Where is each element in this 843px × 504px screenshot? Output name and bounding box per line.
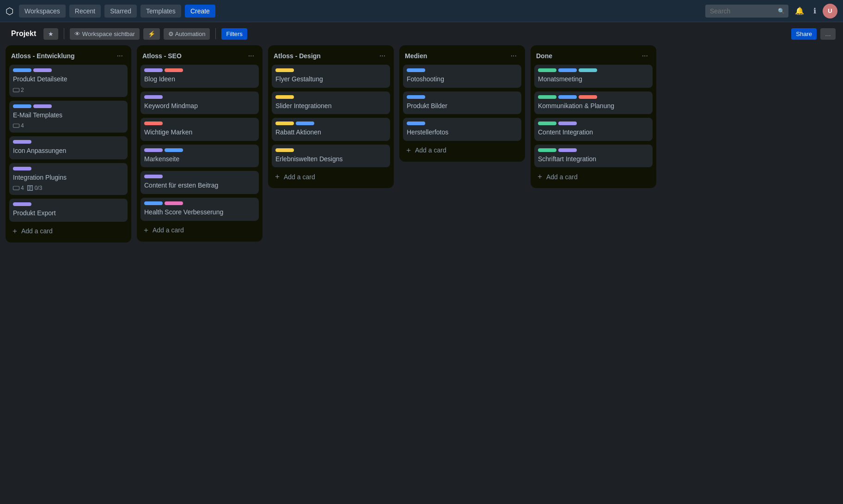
label-yellow[interactable] [275,121,294,125]
card[interactable]: Blog Ideen [140,65,259,88]
list-title: Atloss - SEO [142,52,182,60]
card-title: Rabatt Aktionen [275,128,321,136]
templates-menu[interactable]: Templates [140,5,181,18]
card-title: Slider Integrationen [275,102,331,109]
label-purple[interactable] [558,121,577,125]
list-menu-button[interactable]: ··· [639,51,651,61]
label-blue[interactable] [13,68,31,72]
plus-icon: ＋ [536,172,544,182]
list-list-seo: Atloss - SEO···Blog IdeenKeyword Mindmap… [137,45,263,242]
label-blue[interactable] [13,104,31,108]
add-card-button[interactable]: ＋Add a card [534,169,653,184]
card-labels [13,104,124,108]
card[interactable]: Produkt Bilder [403,91,521,115]
label-purple[interactable] [144,68,163,72]
label-blue[interactable] [165,148,183,152]
share-button[interactable]: Share [791,28,817,40]
card[interactable]: Content für ersten Beitrag [140,171,259,194]
card[interactable]: Rabatt Aktionen [272,118,390,141]
card[interactable]: Herstellerfotos [403,118,521,141]
card[interactable]: E-Mail Templates4 [9,101,128,133]
list-menu-button[interactable]: ··· [114,51,126,61]
workspace-visibility-button[interactable]: 👁 Workspace sichtbar [70,28,140,40]
add-card-button[interactable]: ＋Add a card [9,224,128,239]
list-menu-button[interactable]: ··· [508,51,519,61]
label-blue[interactable] [407,68,425,72]
card[interactable]: Schriftart Integration [534,145,653,168]
board-power-button[interactable]: ⚡ [143,28,160,40]
board-name[interactable]: Projekt [7,28,40,40]
label-green[interactable] [538,95,556,99]
label-green[interactable] [538,121,556,125]
add-card-button[interactable]: ＋Add a card [272,169,390,184]
search-input[interactable] [705,5,788,18]
label-purple[interactable] [33,68,52,72]
label-purple[interactable] [144,148,163,152]
nav-right: 🔍 🔔 ℹ U [705,4,837,18]
add-card-label: Add a card [284,173,315,181]
label-purple[interactable] [13,202,31,206]
board-header: Projekt ★ 👁 Workspace sichtbar ⚡ ⚙ Autom… [0,22,843,45]
card[interactable]: Wichtige Marken [140,118,259,141]
add-card-button[interactable]: ＋Add a card [140,223,259,238]
label-yellow[interactable] [275,68,294,72]
label-purple[interactable] [144,175,163,178]
label-blue[interactable] [558,68,577,72]
create-button[interactable]: Create [185,5,215,18]
card[interactable]: Monatsmeeting [534,65,653,88]
card[interactable]: Icon Anpassungen [9,136,128,159]
notifications-icon[interactable]: 🔔 [792,5,807,17]
card-title: Content für ersten Beitrag [144,182,218,189]
label-purple[interactable] [144,95,163,99]
filters-button[interactable]: Filters [221,28,247,40]
label-purple[interactable] [13,167,31,170]
label-yellow[interactable] [275,148,294,152]
list-menu-button[interactable]: ··· [377,51,388,61]
add-card-button[interactable]: ＋Add a card [403,143,521,158]
label-purple[interactable] [13,140,31,144]
label-pink[interactable] [165,201,183,205]
star-board-button[interactable]: ★ [43,28,58,40]
label-green[interactable] [538,68,556,72]
card-footer: 2 [13,87,124,93]
avatar[interactable]: U [823,4,837,18]
card-title: Flyer Gestaltung [275,75,323,83]
card[interactable]: Fotoshooting [403,65,521,88]
card[interactable]: Flyer Gestaltung [272,65,390,88]
automation-button[interactable]: ⚙ Automation [164,28,210,40]
card-title: Markenseite [144,155,179,163]
starred-menu[interactable]: Starred [104,5,137,18]
list-title: Atloss - Design [274,52,321,60]
label-blue[interactable] [407,95,425,99]
label-teal[interactable] [579,68,597,72]
label-blue[interactable] [144,201,163,205]
board-menu-button[interactable]: … [820,28,836,40]
card[interactable]: Produkt Export [9,199,128,222]
card[interactable]: Produkt Detailseite2 [9,65,128,97]
card[interactable]: Health Score Verbesserung [140,198,259,221]
recent-menu[interactable]: Recent [69,5,101,18]
label-yellow[interactable] [275,95,294,99]
card[interactable]: Erlebniswelten Designs [272,145,390,168]
label-red[interactable] [144,121,163,125]
label-purple[interactable] [558,148,577,152]
label-blue[interactable] [558,95,577,99]
label-red[interactable] [165,68,183,72]
card[interactable]: Integration Plugins40/3 [9,163,128,195]
label-red[interactable] [579,95,597,99]
label-blue[interactable] [296,121,314,125]
card[interactable]: Slider Integrationen [272,91,390,115]
card-badge-subtask: 0/3 [27,185,43,191]
label-blue[interactable] [407,121,425,125]
info-icon[interactable]: ℹ [811,5,819,17]
card-labels [13,167,124,170]
card-title: Schriftart Integration [538,155,596,163]
card[interactable]: Markenseite [140,145,259,168]
card[interactable]: Kommunikation & Planung [534,91,653,115]
label-green[interactable] [538,148,556,152]
card[interactable]: Keyword Mindmap [140,91,259,115]
list-menu-button[interactable]: ··· [245,51,257,61]
workspaces-menu[interactable]: Workspaces [19,5,66,18]
label-purple[interactable] [33,104,52,108]
card[interactable]: Content Integration [534,118,653,141]
